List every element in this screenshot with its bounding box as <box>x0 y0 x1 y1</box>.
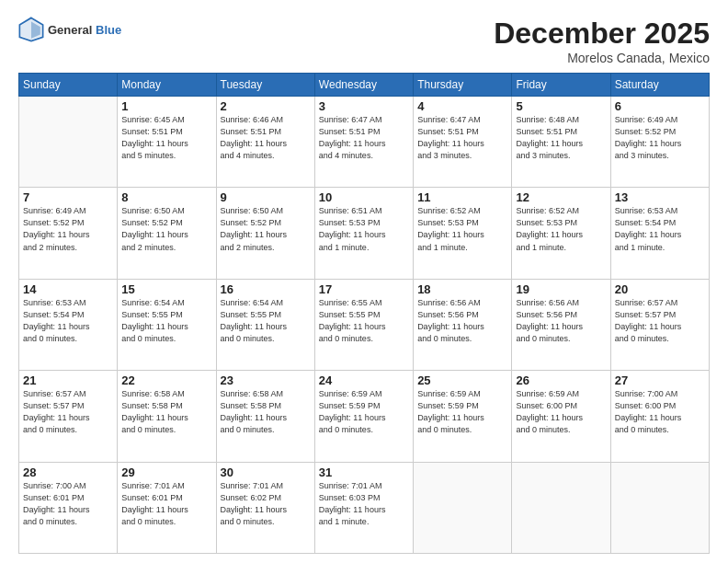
calendar-day-cell: 11Sunrise: 6:52 AM Sunset: 5:53 PM Dayli… <box>414 188 512 279</box>
calendar-day-cell <box>19 97 118 188</box>
day-number: 13 <box>615 190 705 204</box>
calendar-day-cell: 12Sunrise: 6:52 AM Sunset: 5:53 PM Dayli… <box>512 188 610 279</box>
calendar-header-row: SundayMondayTuesdayWednesdayThursdayFrid… <box>19 74 710 97</box>
calendar-day-cell: 4Sunrise: 6:47 AM Sunset: 5:51 PM Daylig… <box>414 97 512 188</box>
calendar-day-cell: 21Sunrise: 6:57 AM Sunset: 5:57 PM Dayli… <box>19 371 118 462</box>
calendar-day-header: Sunday <box>19 74 118 97</box>
month-title: December 2025 <box>494 17 710 51</box>
calendar-day-cell: 23Sunrise: 6:58 AM Sunset: 5:58 PM Dayli… <box>216 371 314 462</box>
day-number: 25 <box>417 373 507 387</box>
calendar-day-cell: 8Sunrise: 6:50 AM Sunset: 5:52 PM Daylig… <box>118 188 216 279</box>
day-number: 7 <box>23 190 113 204</box>
day-info: Sunrise: 6:54 AM Sunset: 5:55 PM Dayligh… <box>121 297 211 345</box>
calendar-day-cell: 6Sunrise: 6:49 AM Sunset: 5:52 PM Daylig… <box>610 97 709 188</box>
day-number: 9 <box>221 190 311 204</box>
calendar-week-row: 1Sunrise: 6:45 AM Sunset: 5:51 PM Daylig… <box>19 97 710 188</box>
day-info: Sunrise: 6:58 AM Sunset: 5:58 PM Dayligh… <box>121 388 211 436</box>
calendar-day-cell: 16Sunrise: 6:54 AM Sunset: 5:55 PM Dayli… <box>216 279 314 370</box>
day-number: 10 <box>319 190 409 204</box>
calendar-day-cell: 17Sunrise: 6:55 AM Sunset: 5:55 PM Dayli… <box>314 279 413 370</box>
day-info: Sunrise: 6:59 AM Sunset: 5:59 PM Dayligh… <box>319 388 409 436</box>
day-info: Sunrise: 6:45 AM Sunset: 5:51 PM Dayligh… <box>121 114 211 162</box>
day-number: 27 <box>615 373 705 387</box>
calendar-day-cell: 15Sunrise: 6:54 AM Sunset: 5:55 PM Dayli… <box>118 279 216 370</box>
day-info: Sunrise: 6:53 AM Sunset: 5:54 PM Dayligh… <box>615 205 705 253</box>
calendar-day-header: Saturday <box>610 74 709 97</box>
day-info: Sunrise: 6:51 AM Sunset: 5:53 PM Dayligh… <box>319 205 409 253</box>
day-info: Sunrise: 6:52 AM Sunset: 5:53 PM Dayligh… <box>417 205 507 253</box>
day-info: Sunrise: 6:49 AM Sunset: 5:52 PM Dayligh… <box>615 114 705 162</box>
calendar-day-cell: 27Sunrise: 7:00 AM Sunset: 6:00 PM Dayli… <box>610 371 709 462</box>
day-info: Sunrise: 6:48 AM Sunset: 5:51 PM Dayligh… <box>516 114 606 162</box>
day-info: Sunrise: 6:50 AM Sunset: 5:52 PM Dayligh… <box>221 205 311 253</box>
logo: General Blue <box>18 17 121 42</box>
calendar-day-cell: 20Sunrise: 6:57 AM Sunset: 5:57 PM Dayli… <box>610 279 709 370</box>
day-number: 1 <box>121 99 211 113</box>
header: General Blue December 2025 Morelos Canad… <box>18 17 710 65</box>
calendar-day-cell: 5Sunrise: 6:48 AM Sunset: 5:51 PM Daylig… <box>512 97 610 188</box>
calendar-day-cell <box>610 462 709 553</box>
day-number: 3 <box>319 99 409 113</box>
day-number: 11 <box>417 190 507 204</box>
day-number: 23 <box>221 373 311 387</box>
calendar-day-cell: 7Sunrise: 6:49 AM Sunset: 5:52 PM Daylig… <box>19 188 118 279</box>
day-number: 26 <box>516 373 606 387</box>
calendar-week-row: 7Sunrise: 6:49 AM Sunset: 5:52 PM Daylig… <box>19 188 710 279</box>
day-number: 12 <box>516 190 606 204</box>
logo-text: General Blue <box>48 23 121 37</box>
day-info: Sunrise: 6:58 AM Sunset: 5:58 PM Dayligh… <box>221 388 311 436</box>
day-info: Sunrise: 6:57 AM Sunset: 5:57 PM Dayligh… <box>615 297 705 345</box>
calendar-week-row: 28Sunrise: 7:00 AM Sunset: 6:01 PM Dayli… <box>19 462 710 553</box>
day-info: Sunrise: 6:50 AM Sunset: 5:52 PM Dayligh… <box>121 205 211 253</box>
day-info: Sunrise: 6:54 AM Sunset: 5:55 PM Dayligh… <box>221 297 311 345</box>
calendar-day-cell: 24Sunrise: 6:59 AM Sunset: 5:59 PM Dayli… <box>314 371 413 462</box>
day-number: 24 <box>319 373 409 387</box>
day-info: Sunrise: 7:01 AM Sunset: 6:02 PM Dayligh… <box>221 480 311 528</box>
day-number: 6 <box>615 99 705 113</box>
calendar-day-cell: 14Sunrise: 6:53 AM Sunset: 5:54 PM Dayli… <box>19 279 118 370</box>
calendar-table: SundayMondayTuesdayWednesdayThursdayFrid… <box>18 73 710 554</box>
day-number: 28 <box>23 465 113 479</box>
calendar-day-cell: 18Sunrise: 6:56 AM Sunset: 5:56 PM Dayli… <box>414 279 512 370</box>
logo-icon <box>18 17 44 42</box>
calendar-day-cell: 3Sunrise: 6:47 AM Sunset: 5:51 PM Daylig… <box>314 97 413 188</box>
day-number: 18 <box>417 282 507 296</box>
day-info: Sunrise: 6:47 AM Sunset: 5:51 PM Dayligh… <box>319 114 409 162</box>
calendar-day-cell: 19Sunrise: 6:56 AM Sunset: 5:56 PM Dayli… <box>512 279 610 370</box>
page: General Blue December 2025 Morelos Canad… <box>0 0 728 563</box>
day-number: 8 <box>121 190 211 204</box>
day-number: 17 <box>319 282 409 296</box>
day-number: 22 <box>121 373 211 387</box>
calendar-day-header: Tuesday <box>216 74 314 97</box>
day-info: Sunrise: 7:01 AM Sunset: 6:01 PM Dayligh… <box>121 480 211 528</box>
calendar-day-cell: 31Sunrise: 7:01 AM Sunset: 6:03 PM Dayli… <box>314 462 413 553</box>
calendar-week-row: 21Sunrise: 6:57 AM Sunset: 5:57 PM Dayli… <box>19 371 710 462</box>
calendar-day-cell: 13Sunrise: 6:53 AM Sunset: 5:54 PM Dayli… <box>610 188 709 279</box>
day-number: 2 <box>221 99 311 113</box>
calendar-week-row: 14Sunrise: 6:53 AM Sunset: 5:54 PM Dayli… <box>19 279 710 370</box>
calendar-day-cell: 9Sunrise: 6:50 AM Sunset: 5:52 PM Daylig… <box>216 188 314 279</box>
day-info: Sunrise: 7:00 AM Sunset: 6:01 PM Dayligh… <box>23 480 113 528</box>
calendar-day-cell: 26Sunrise: 6:59 AM Sunset: 6:00 PM Dayli… <box>512 371 610 462</box>
day-info: Sunrise: 7:00 AM Sunset: 6:00 PM Dayligh… <box>615 388 705 436</box>
day-info: Sunrise: 6:47 AM Sunset: 5:51 PM Dayligh… <box>417 114 507 162</box>
day-info: Sunrise: 6:53 AM Sunset: 5:54 PM Dayligh… <box>23 297 113 345</box>
calendar-day-cell: 28Sunrise: 7:00 AM Sunset: 6:01 PM Dayli… <box>19 462 118 553</box>
day-number: 4 <box>417 99 507 113</box>
day-number: 30 <box>221 465 311 479</box>
day-number: 5 <box>516 99 606 113</box>
title-block: December 2025 Morelos Canada, Mexico <box>494 17 710 65</box>
calendar-day-cell: 1Sunrise: 6:45 AM Sunset: 5:51 PM Daylig… <box>118 97 216 188</box>
day-number: 21 <box>23 373 113 387</box>
day-info: Sunrise: 6:55 AM Sunset: 5:55 PM Dayligh… <box>319 297 409 345</box>
calendar-day-header: Wednesday <box>314 74 413 97</box>
day-number: 19 <box>516 282 606 296</box>
day-number: 31 <box>319 465 409 479</box>
day-info: Sunrise: 6:49 AM Sunset: 5:52 PM Dayligh… <box>23 205 113 253</box>
calendar-day-cell: 25Sunrise: 6:59 AM Sunset: 5:59 PM Dayli… <box>414 371 512 462</box>
day-info: Sunrise: 7:01 AM Sunset: 6:03 PM Dayligh… <box>319 480 409 528</box>
calendar-day-cell: 29Sunrise: 7:01 AM Sunset: 6:01 PM Dayli… <box>118 462 216 553</box>
calendar-day-cell: 30Sunrise: 7:01 AM Sunset: 6:02 PM Dayli… <box>216 462 314 553</box>
location: Morelos Canada, Mexico <box>494 51 710 65</box>
day-number: 16 <box>221 282 311 296</box>
